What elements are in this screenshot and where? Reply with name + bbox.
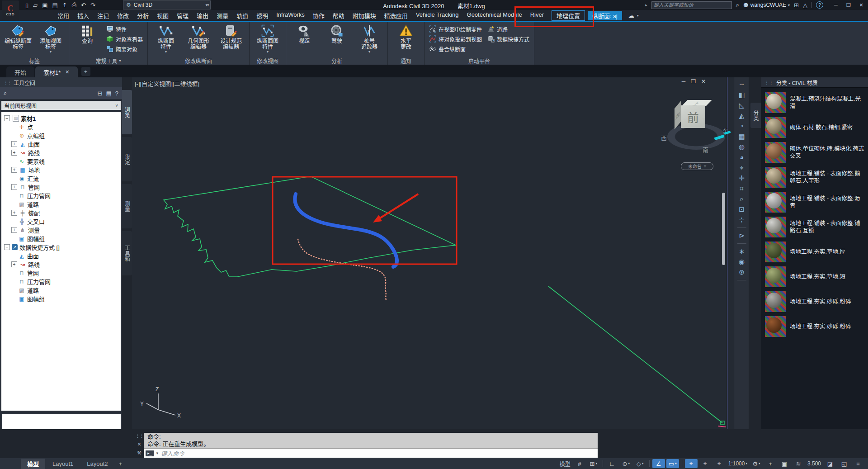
survey-marker-tool-icon[interactable]: ◉ (739, 258, 745, 265)
toolspace-header[interactable]: ⋮⋮ 工具空间 (0, 77, 122, 87)
ribbon-button[interactable]: 查询 (72, 24, 103, 45)
elevation-readout[interactable]: 3.500 (806, 459, 822, 468)
chevron-down-icon[interactable]: ▾ (156, 451, 159, 455)
viewport-close-button[interactable]: ✕ (701, 78, 706, 85)
toolspace-tab-浏览[interactable]: 浏览 (122, 90, 132, 134)
ribbon-tab[interactable]: Geotechnical Module (463, 10, 526, 21)
ribbon-tab[interactable]: 附加模块 (349, 10, 380, 21)
clip-tool-icon[interactable]: ⊡ (739, 206, 745, 213)
ribbon-tab[interactable]: 帮助 (329, 10, 349, 21)
file-tab[interactable]: 素材1*✕ (35, 66, 78, 77)
workspace-selector[interactable]: ⚙ Civil 3D ▾ (123, 0, 211, 9)
material-item[interactable]: 场地工程.夯实.砂砾.粉碎 (765, 291, 865, 312)
contextual-tab[interactable]: 纵断面: sj (588, 11, 622, 20)
live-section-tool-icon[interactable]: ◭ (739, 112, 745, 119)
snap-marker-tool-icon[interactable]: ∗ (739, 248, 745, 255)
toolspace-view-combobox[interactable]: 当前图形视图 ˅ (1, 101, 121, 110)
ribbon-button[interactable]: 叠合纵断面 (427, 44, 484, 53)
workspace-switching-button[interactable]: ⚙▾ (750, 459, 763, 468)
ribbon-tab[interactable]: 注记 (93, 10, 113, 21)
tree-item[interactable]: ▣图幅组 (1, 294, 121, 303)
autodesk-docs-button[interactable]: ◪ (824, 459, 836, 468)
tree-item[interactable]: +↝路线 (1, 260, 121, 269)
compass-south-label[interactable]: 南 (703, 145, 708, 154)
tree-item[interactable]: ⊕点编组 (1, 131, 121, 140)
search-input[interactable] (651, 1, 732, 9)
annotation-autoscale-toggle[interactable]: ⌖ (699, 459, 712, 468)
customization-menu-button[interactable]: ≡ (852, 459, 864, 468)
new-tab-button[interactable]: + (81, 67, 90, 76)
search-icon[interactable]: ⌕ (736, 1, 739, 9)
ribbon-tab[interactable]: 管理 (173, 10, 193, 21)
object-snap-toggle[interactable]: ▭▾ (666, 459, 679, 468)
ribbon-button[interactable]: 将对象投影到视图 (427, 34, 484, 43)
materials-palette-header[interactable]: ⋮⋮ 分类 - CIVIL 材质 (761, 77, 868, 88)
sample-profile-curve[interactable] (298, 239, 386, 300)
tree-item[interactable]: +▦场地 (1, 166, 121, 174)
ribbon-button[interactable]: 桩号追踪器▾ (354, 24, 385, 54)
cogo-point-tool-icon[interactable]: ⌖ (740, 164, 743, 171)
viewport-restore-button[interactable]: ❐ (691, 78, 696, 85)
material-item[interactable]: 混凝土.预浇注结构混凝土.光滑 (765, 92, 865, 113)
viewport-scrollbar[interactable] (722, 193, 725, 265)
tree-expander[interactable]: + (11, 227, 17, 233)
autodesk-icon[interactable]: △ (803, 2, 807, 9)
command-prompt-icon[interactable]: ▸_ (146, 450, 154, 456)
point-label-tool-icon[interactable]: ✛ (739, 175, 745, 182)
new-layout-button[interactable]: + (115, 460, 126, 467)
snap-mode-toggle[interactable]: ⊞▾ (587, 459, 600, 468)
viewport-minimize-button[interactable]: ─ (682, 78, 686, 85)
save-as-button[interactable]: ▤ (52, 2, 57, 9)
ribbon-tab[interactable]: 测量 (212, 10, 232, 21)
viewcube[interactable]: 左 上 前 西 南 东 未命名 ▽ (661, 98, 733, 175)
tree-item[interactable]: ╬交叉口 (1, 217, 121, 226)
layout-tab-Layout1[interactable]: Layout1 (46, 460, 80, 468)
point-cloud-tool-icon[interactable]: ⊛ (739, 269, 745, 276)
help-icon[interactable]: ? (816, 1, 823, 9)
tree-item[interactable]: ⊓压力管网 (1, 277, 121, 286)
tree-item[interactable]: +◭曲面 (1, 140, 121, 148)
qnew-button[interactable]: ▯ (25, 2, 28, 9)
tree-item[interactable]: ◭曲面 (1, 251, 121, 260)
tree-item[interactable]: ⊓压力管网 (1, 191, 121, 200)
toolspace-tab-设定[interactable]: 设定 (122, 137, 132, 181)
ribbon-button[interactable]: 数据快捷方式 (486, 34, 531, 43)
ribbon-button[interactable]: 水平更改 (391, 24, 421, 51)
tree-item[interactable]: ▨道路 (1, 286, 121, 294)
tree-item[interactable]: −▤素材1 (1, 114, 121, 123)
ribbon-tab[interactable]: 透明 (252, 10, 272, 21)
command-input-placehol der[interactable]: 键入命令 (161, 449, 184, 458)
tree-item[interactable]: +↝路线 (1, 148, 121, 157)
viewport-controls-label[interactable]: [-][自定义视图][二维线框] (135, 79, 199, 88)
ribbon-button[interactable]: 纵断面特性▾ (151, 24, 181, 54)
ribbon-tab[interactable]: 视图 (153, 10, 173, 21)
ribbon-button[interactable]: 驾驶 (321, 24, 352, 45)
app-minimize-button[interactable]: ─ (830, 1, 842, 9)
qsave-button[interactable]: ▣ (42, 2, 47, 9)
tree-item[interactable]: ⊓管网 (1, 269, 121, 277)
drawing-viewport[interactable]: [-][自定义视图][二维线框] ─❐✕ Z Y (132, 77, 734, 429)
section-object-tool-icon[interactable]: ◺ (739, 102, 745, 109)
account-menu[interactable]: ⚉ wangsCWUAE ▾ (743, 2, 790, 9)
ortho-mode-toggle[interactable]: ∟ (606, 459, 618, 468)
isolate-objects-button[interactable]: ▣ (778, 459, 791, 468)
app-logo[interactable]: C C3D (2, 0, 19, 20)
named-view-pill[interactable]: 未命名 ▽ (681, 162, 713, 170)
ribbon-button[interactable]: 特性 (104, 24, 145, 33)
tree-item[interactable]: +⋔测量 (1, 226, 121, 234)
tree-expander[interactable]: + (11, 261, 17, 267)
material-item[interactable]: 场地工程.铺装 - 表面修整.鹅卵石.人字形 (765, 167, 865, 188)
annotation-monitor-toggle[interactable]: + (764, 459, 777, 468)
grid-display-toggle[interactable]: # (573, 459, 586, 468)
tree-item[interactable]: ✛点 (1, 123, 121, 131)
ribbon-tab[interactable]: 轨道 (232, 10, 252, 21)
tree-item[interactable]: ∿要素线 (1, 157, 121, 166)
app-store-icon[interactable]: ⊞ (794, 2, 799, 9)
render-online-tool-icon[interactable]: ◕ (740, 154, 744, 161)
ribbon-button[interactable]: 隔离对象 (104, 44, 145, 53)
tree-item[interactable]: ◉汇流 (1, 174, 121, 183)
ribbon-button[interactable]: 编辑纵断面标签 (3, 24, 33, 51)
ribbon-button[interactable]: 对象查看器 (104, 34, 145, 43)
redo-button[interactable]: ↷ (90, 2, 95, 9)
ribbon-button[interactable]: 视距 (289, 24, 320, 45)
